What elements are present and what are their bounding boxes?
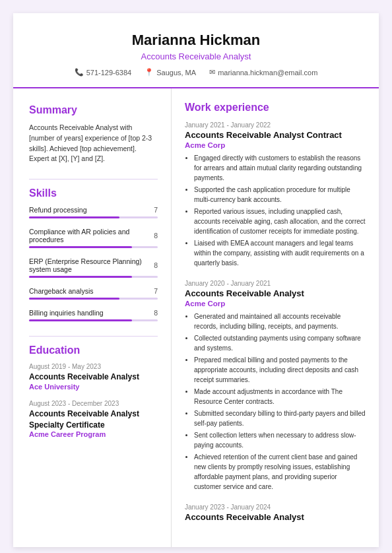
skill-item: Compliance with AR policies and procedur… (29, 228, 158, 248)
skills-section: Skills Refund processing 7 Compliance wi… (29, 187, 158, 321)
skill-name: Compliance with AR policies and procedur… (29, 228, 154, 244)
skill-bar-fill (29, 246, 132, 248)
location-icon: 📍 (145, 68, 154, 77)
email-contact: ✉ marianna.hickman@email.com (209, 68, 317, 77)
job-bullet: Made account adjustments in accordance w… (194, 387, 366, 407)
skill-score: 7 (154, 287, 158, 295)
location-text: Saugus, MA (156, 69, 196, 77)
skill-name: ERP (Enterprise Resource Planning) syste… (29, 257, 154, 273)
skill-item: Billing inquiries handling 8 (29, 309, 158, 321)
skill-score: 8 (154, 309, 158, 317)
skill-item: ERP (Enterprise Resource Planning) syste… (29, 257, 158, 278)
summary-section: Summary Accounts Receivable Analyst with… (29, 104, 158, 164)
education-item: August 2019 - May 2023 Accounts Receivab… (29, 363, 158, 391)
job-title: Accounts Receivable Analyst Contract (185, 130, 366, 140)
contact-bar: 📞 571-129-6384 📍 Saugus, MA ✉ marianna.h… (33, 68, 359, 77)
skills-title: Skills (29, 187, 158, 199)
job-bullets: Generated and maintained all accounts re… (185, 311, 366, 492)
skill-bar-bg (29, 276, 158, 278)
work-title: Work experience (185, 102, 366, 114)
job-item: January 2020 - January 2021 Accounts Rec… (185, 280, 366, 492)
skill-bar-fill (29, 276, 132, 278)
job-bullets: Engaged directly with customers to estab… (185, 153, 366, 268)
resume-body: Summary Accounts Receivable Analyst with… (13, 88, 379, 547)
education-section: Education August 2019 - May 2023 Account… (29, 344, 158, 438)
education-item: August 2023 - December 2023 Accounts Rec… (29, 400, 158, 439)
skill-name: Chargeback analysis (29, 287, 93, 295)
phone-contact: 📞 571-129-6384 (75, 68, 132, 77)
phone-number: 571-129-6384 (86, 69, 132, 77)
job-bullet: Achieved retention of the current client… (194, 452, 366, 492)
job-title: Accounts Receivable Analyst (185, 512, 366, 522)
left-column: Summary Accounts Receivable Analyst with… (13, 88, 172, 547)
job-item: January 2021 - January 2022 Accounts Rec… (185, 121, 366, 268)
job-bullet: Reported various issues, including unapp… (194, 207, 366, 236)
candidate-name: Marianna Hickman (33, 32, 359, 49)
education-title: Education (29, 344, 158, 356)
skill-item: Chargeback analysis 7 (29, 287, 158, 300)
job-bullet: Generated and maintained all accounts re… (194, 311, 366, 331)
summary-text: Accounts Receivable Analyst with [number… (29, 123, 158, 164)
summary-divider (29, 179, 158, 179)
job-bullet: Engaged directly with customers to estab… (194, 153, 366, 183)
right-column: Work experience January 2021 - January 2… (172, 88, 379, 547)
job-bullet: Sent collection letters when necessary t… (194, 430, 366, 450)
edu-school: Ace University (29, 383, 158, 391)
education-list: August 2019 - May 2023 Accounts Receivab… (29, 363, 158, 438)
skills-divider (29, 336, 158, 337)
skill-bar-fill (29, 298, 119, 300)
skill-name: Refund processing (29, 206, 87, 214)
job-date: January 2021 - January 2022 (185, 121, 366, 129)
job-bullet: Submitted secondary billing to third-par… (194, 408, 366, 428)
edu-degree: Accounts Receivable Analyst Specialty Ce… (29, 408, 158, 431)
skill-name: Billing inquiries handling (29, 309, 104, 317)
skill-score: 8 (154, 232, 158, 240)
skill-bar-bg (29, 319, 158, 321)
work-list: January 2021 - January 2022 Accounts Rec… (185, 121, 366, 522)
email-address: marianna.hickman@email.com (218, 69, 317, 77)
job-bullet: Liaised with EMEA account managers and l… (194, 238, 366, 268)
email-icon: ✉ (209, 68, 215, 77)
summary-title: Summary (29, 104, 158, 116)
job-company: Acme Corp (185, 300, 366, 308)
job-title: Accounts Receivable Analyst (185, 288, 366, 298)
resume-header: Marianna Hickman Accounts Receivable Ana… (13, 13, 379, 88)
skill-bar-fill (29, 319, 132, 321)
skills-list: Refund processing 7 Compliance with AR p… (29, 206, 158, 321)
job-date: January 2020 - January 2021 (185, 280, 366, 287)
job-bullet: Collected outstanding payments using com… (194, 333, 366, 353)
edu-school: Acme Career Program (29, 430, 158, 438)
edu-date: August 2019 - May 2023 (29, 363, 158, 370)
skill-item: Refund processing 7 (29, 206, 158, 218)
location-contact: 📍 Saugus, MA (145, 68, 196, 77)
skill-bar-bg (29, 246, 158, 248)
job-item: January 2023 - January 2024 Accounts Rec… (185, 504, 366, 522)
job-bullet: Prepared medical billing and posted paym… (194, 355, 366, 385)
edu-degree: Accounts Receivable Analyst (29, 372, 158, 383)
job-date: January 2023 - January 2024 (185, 504, 366, 511)
skill-bar-fill (29, 216, 119, 218)
candidate-title: Accounts Receivable Analyst (33, 51, 359, 61)
job-bullet: Supported the cash application procedure… (194, 185, 366, 205)
resume-container: Marianna Hickman Accounts Receivable Ana… (13, 13, 379, 547)
edu-date: August 2023 - December 2023 (29, 400, 158, 407)
skill-score: 7 (154, 206, 158, 214)
skill-bar-bg (29, 298, 158, 300)
skill-score: 8 (154, 261, 158, 269)
phone-icon: 📞 (75, 68, 84, 77)
skill-bar-bg (29, 216, 158, 218)
job-company: Acme Corp (185, 141, 366, 149)
